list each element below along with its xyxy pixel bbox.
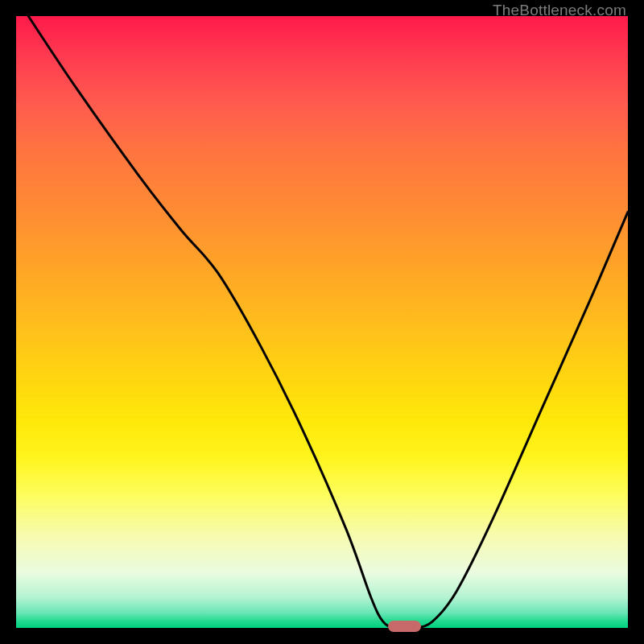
bottleneck-curve (16, 16, 628, 628)
plot-area (16, 16, 628, 628)
chart-container: TheBottleneck.com (0, 0, 644, 644)
optimal-marker (388, 621, 420, 632)
